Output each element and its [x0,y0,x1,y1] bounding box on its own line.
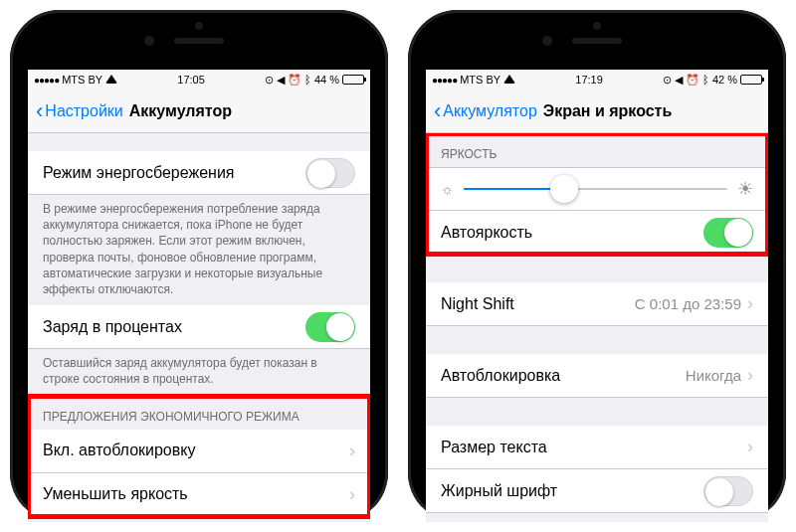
header-brightness: ЯРКОСТЬ [426,133,768,167]
row-value: С 0:01 до 23:59 [635,295,741,312]
chevron-right-icon: › [747,437,753,457]
footer-low-power: В режиме энергосбережения потребление за… [28,195,370,305]
compass-icon: ⊙ [663,74,672,87]
nav-bar: ‹ Настройки Аккумулятор [28,89,370,133]
chevron-right-icon: › [349,441,355,461]
chevron-left-icon: ‹ [434,100,441,122]
row-label: Размер текста [441,439,747,456]
clock: 17:05 [177,74,205,86]
wifi-icon [105,74,117,86]
status-bar: ●●●●● MTS BY 17:19 ⊙ ◀ ⏰ ᛒ 42 % [426,70,768,89]
battery-pct: 42 % [712,74,737,86]
row-label: Автояркость [441,224,703,242]
row-label: Night Shift [441,295,635,313]
header-usage: ИСПОЛЬЗОВАНИЕ АККУМУЛЯТОРА [28,517,370,523]
back-button[interactable]: ‹ Настройки [36,100,123,122]
auto-brightness-switch[interactable] [703,218,753,248]
sun-large-icon: ☀ [737,178,753,200]
back-button[interactable]: ‹ Аккумулятор [434,100,537,122]
chevron-left-icon: ‹ [36,100,43,122]
highlight-brightness: ЯРКОСТЬ ☼ ☀ Автояркость [426,133,768,255]
bluetooth-icon: ᛒ [304,74,311,86]
location-icon: ◀ [277,74,285,87]
battery-pct: 44 % [314,74,339,86]
phone-left: ●●●●● MTS BY 17:05 ⊙ ◀ ⏰ ᛒ 44 % ‹ Настро… [10,10,388,522]
nav-bar: ‹ Аккумулятор Экран и яркость [426,89,768,133]
chevron-right-icon: › [747,293,753,314]
back-label: Настройки [45,102,122,120]
header-suggestions: ПРЕДЛОЖЕНИЯ ЭКОНОМИЧНОГО РЕЖИМА [28,396,370,430]
battery-pct-switch[interactable] [305,312,355,342]
back-label: Аккумулятор [443,102,536,120]
location-icon: ◀ [675,74,683,87]
phone-right: ●●●●● MTS BY 17:19 ⊙ ◀ ⏰ ᛒ 42 % ‹ Аккуму… [408,10,786,522]
camera [542,36,552,46]
alarm-icon: ⏰ [288,74,301,87]
row-label: Жирный шрифт [441,482,703,500]
chevron-right-icon: › [747,365,753,386]
chevron-right-icon: › [349,484,355,505]
battery-icon [342,75,364,85]
signal-dots-icon: ●●●●● [34,75,59,86]
row-enable-autolock[interactable]: Вкл. автоблокировку › [28,430,370,473]
low-power-switch[interactable] [305,158,355,188]
status-bar: ●●●●● MTS BY 17:05 ⊙ ◀ ⏰ ᛒ 44 % [28,70,370,89]
row-auto-brightness[interactable]: Автояркость [426,211,768,255]
sensor [195,22,203,30]
speaker [572,38,622,44]
battery-icon [740,75,762,85]
clock: 17:19 [575,74,603,86]
compass-icon: ⊙ [265,74,274,87]
sun-small-icon: ☼ [441,181,454,197]
row-text-size[interactable]: Размер текста › [426,426,768,469]
row-bold-text[interactable]: Жирный шрифт [426,469,768,513]
brightness-slider-row[interactable]: ☼ ☀ [426,167,768,211]
row-value: Никогда [686,367,741,384]
row-label: Заряд в процентах [43,318,305,336]
page-title: Экран и яркость [543,102,673,120]
screen-right: ●●●●● MTS BY 17:19 ⊙ ◀ ⏰ ᛒ 42 % ‹ Аккуму… [426,70,768,522]
row-auto-lock[interactable]: Автоблокировка Никогда › [426,354,768,398]
carrier-label: MTS BY [62,74,102,86]
speaker [174,38,224,44]
alarm-icon: ⏰ [686,74,699,87]
row-night-shift[interactable]: Night Shift С 0:01 до 23:59 › [426,282,768,326]
bluetooth-icon: ᛒ [702,74,709,86]
carrier-label: MTS BY [460,74,500,86]
highlight-suggestions: ПРЕДЛОЖЕНИЯ ЭКОНОМИЧНОГО РЕЖИМА Вкл. авт… [28,396,370,517]
row-reduce-brightness[interactable]: Уменьшить яркость › [28,473,370,517]
row-label: Вкл. автоблокировку [43,442,349,459]
sensor [593,22,601,30]
screen-left: ●●●●● MTS BY 17:05 ⊙ ◀ ⏰ ᛒ 44 % ‹ Настро… [28,70,370,522]
page-title: Аккумулятор [129,102,232,120]
row-battery-percentage[interactable]: Заряд в процентах [28,305,370,349]
row-label: Режим энергосбережения [43,164,305,182]
signal-dots-icon: ●●●●● [432,75,457,86]
row-low-power[interactable]: Режим энергосбережения [28,151,370,195]
row-label: Уменьшить яркость [43,485,349,503]
brightness-slider[interactable] [464,188,727,190]
wifi-icon [503,74,515,86]
footer-battery-percentage: Оставшийся заряд аккумулятора будет пока… [28,349,370,395]
row-label: Автоблокировка [441,367,686,385]
camera [144,36,154,46]
bold-text-switch[interactable] [703,476,753,506]
